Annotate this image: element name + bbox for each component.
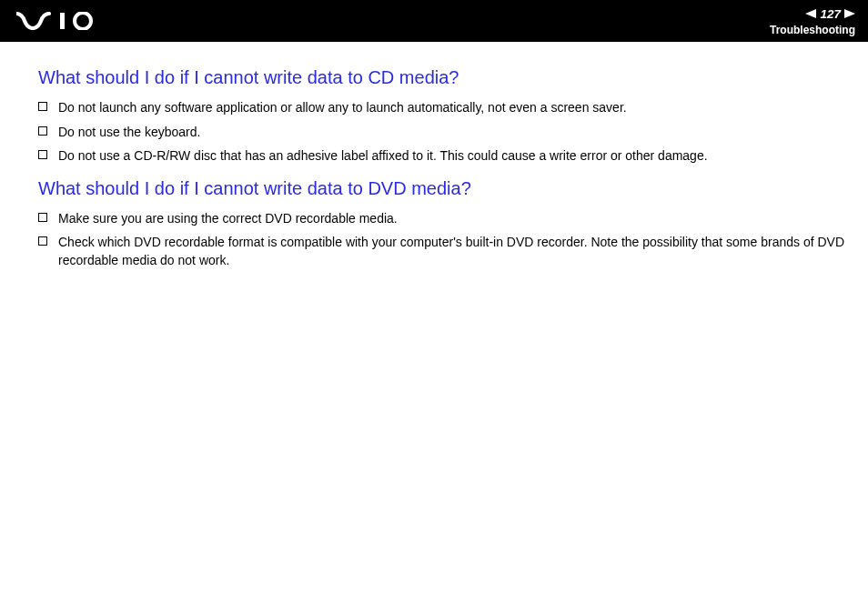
- list-item-text: Do not launch any software application o…: [58, 99, 848, 117]
- svg-marker-3: [844, 9, 855, 18]
- list-item-text: Check which DVD recordable format is com…: [58, 234, 848, 269]
- question-heading: What should I do if I cannot write data …: [38, 67, 848, 88]
- page-navigation: 127: [805, 5, 855, 22]
- bullet-icon: [38, 102, 47, 111]
- list-item: Check which DVD recordable format is com…: [38, 234, 848, 269]
- list-item: Do not launch any software application o…: [38, 99, 848, 117]
- page-number: 127: [820, 7, 841, 21]
- svg-point-1: [75, 13, 91, 29]
- answer-list: Make sure you are using the correct DVD …: [38, 210, 848, 270]
- list-item-text: Do not use the keyboard.: [58, 124, 848, 142]
- question-heading: What should I do if I cannot write data …: [38, 178, 848, 199]
- next-page-arrow-icon[interactable]: [844, 5, 855, 22]
- page-header: 127 Troubleshooting: [0, 0, 868, 42]
- svg-marker-2: [805, 9, 816, 18]
- bullet-icon: [38, 150, 47, 159]
- list-item: Do not use a CD-R/RW disc that has an ad…: [38, 147, 848, 166]
- answer-list: Do not launch any software application o…: [38, 99, 848, 166]
- list-item-text: Make sure you are using the correct DVD …: [58, 210, 848, 228]
- bullet-icon: [38, 236, 47, 246]
- list-item: Make sure you are using the correct DVD …: [38, 210, 848, 228]
- svg-rect-0: [60, 13, 65, 29]
- bullet-icon: [38, 213, 47, 222]
- header-nav: 127 Troubleshooting: [770, 5, 855, 36]
- page-content: What should I do if I cannot write data …: [0, 42, 868, 297]
- list-item-text: Do not use a CD-R/RW disc that has an ad…: [58, 147, 848, 166]
- list-item: Do not use the keyboard.: [38, 124, 848, 142]
- vaio-logo: [16, 0, 104, 42]
- prev-page-arrow-icon[interactable]: [805, 5, 816, 22]
- section-title: Troubleshooting: [770, 24, 855, 36]
- bullet-icon: [38, 126, 47, 136]
